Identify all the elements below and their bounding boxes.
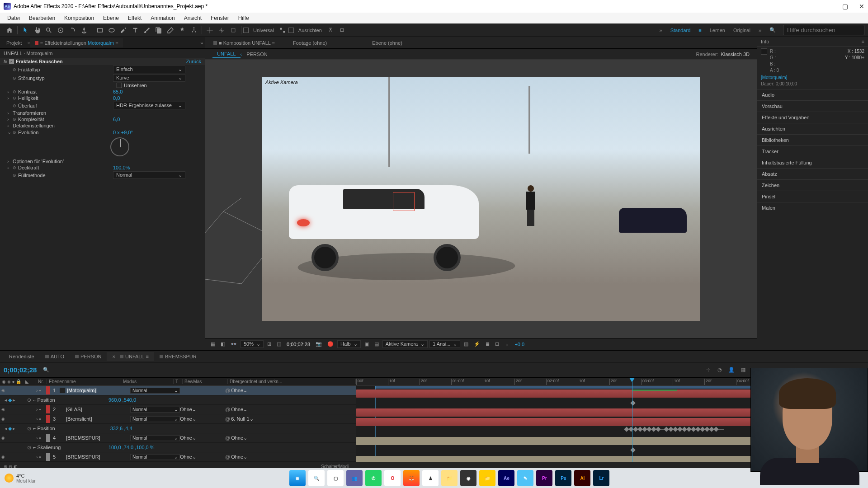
timeline-icon[interactable]: ≣: [484, 341, 491, 347]
eraser-tool[interactable]: [165, 25, 175, 35]
layer-property-row[interactable]: ◂◆▸⊙ ⌐ Position960,0 ,540,0: [0, 395, 356, 405]
taskbar-search[interactable]: 🔍: [308, 470, 325, 486]
world-axis-icon[interactable]: [217, 25, 226, 35]
menu-fenster[interactable]: Fenster: [206, 15, 234, 21]
tl-tab-renderliste[interactable]: Renderliste: [4, 352, 40, 361]
accordion-ausrichten[interactable]: Ausrichten: [757, 123, 868, 134]
tl-tab-bremsspur[interactable]: BREMSSPUR: [154, 352, 202, 361]
guides-icon[interactable]: ◫: [275, 341, 283, 347]
channel-icon[interactable]: 🔴: [326, 341, 335, 347]
taskbar-lightroom[interactable]: Lr: [593, 470, 609, 486]
grid-icon[interactable]: ⊞: [265, 341, 273, 347]
brush-tool[interactable]: [142, 25, 152, 35]
flowchart-icon[interactable]: ⊟: [493, 341, 501, 347]
timeline-timecode[interactable]: 0;00;02;28: [4, 366, 37, 374]
alpha-icon[interactable]: ▦: [209, 341, 217, 347]
effect-enable-checkbox[interactable]: ✓: [9, 59, 14, 64]
tl-tab-auto[interactable]: AUTO: [40, 352, 70, 361]
ueberlauf-dropdown[interactable]: HDR-Ergebnisse zulasse⌄: [113, 102, 185, 109]
minimize-button[interactable]: —: [825, 3, 831, 10]
snap-icon[interactable]: [278, 25, 288, 35]
taskbar-explorer[interactable]: 📁: [479, 470, 495, 486]
renderer-value[interactable]: Klassisch 3D: [721, 52, 750, 57]
playhead[interactable]: [632, 378, 632, 462]
universal-checkbox[interactable]: [243, 28, 249, 33]
maximize-button[interactable]: ▢: [842, 3, 848, 10]
snap-grid-icon[interactable]: ⊞: [337, 25, 347, 35]
workspace-lernen[interactable]: Lernen: [710, 28, 725, 33]
orbit-tool[interactable]: [56, 25, 66, 35]
layer-row[interactable]: ◉ › ▪ 4 [BREMSSPUR] Normal⌄ Ohne⌄ @Ohne⌄: [0, 433, 356, 443]
layer-row[interactable]: ◉ › ▪ 1 [Motorqualm] Normal⌄ @Ohne⌄: [0, 386, 356, 395]
zoom-tool[interactable]: [44, 25, 54, 35]
menu-ansicht[interactable]: Ansicht: [179, 15, 206, 21]
effect-name[interactable]: Fraktales Rauschen: [16, 59, 63, 64]
menu-ebene[interactable]: Ebene: [99, 15, 123, 21]
workspace-standard[interactable]: Standard: [670, 28, 691, 33]
fuell-dropdown[interactable]: Normal⌄: [113, 171, 185, 179]
effects-tab[interactable]: ≡ Effekteinstellungen Motorqualm ≡: [30, 38, 123, 47]
menu-bearbeiten[interactable]: Bearbeiten: [24, 15, 60, 21]
kontrast-value[interactable]: 65,0: [113, 89, 123, 94]
subtab-unfall[interactable]: UNFALL: [212, 50, 241, 58]
draft3d-icon[interactable]: ◔: [715, 366, 724, 375]
accordion-tracker[interactable]: Tracker: [757, 145, 868, 157]
taskbar-app3[interactable]: ✎: [517, 470, 533, 486]
prop-evo-options[interactable]: Optionen für 'Evolution': [13, 159, 108, 164]
comp-flowchart-icon[interactable]: ⊹: [703, 366, 712, 375]
accordion-fuellung[interactable]: Inhaltsbasierte Füllung: [757, 157, 868, 168]
snap-edge-icon[interactable]: ⊼: [326, 25, 335, 35]
help-search-input[interactable]: [783, 25, 864, 35]
workspace-original[interactable]: Original: [733, 28, 750, 33]
deckkraft-value[interactable]: 100,0%: [113, 165, 130, 170]
pen-tool[interactable]: [118, 25, 128, 35]
taskbar-illustrator[interactable]: Ai: [574, 470, 590, 486]
snapshot-icon[interactable]: 📷: [314, 341, 324, 347]
exposure-icon[interactable]: ☼: [503, 342, 511, 347]
accordion-effekte[interactable]: Effekte und Vorgaben: [757, 112, 868, 123]
close-button[interactable]: ✕: [859, 3, 864, 10]
accordion-zeichen[interactable]: Zeichen: [757, 179, 868, 191]
taskbar-obs[interactable]: ◉: [460, 470, 476, 486]
taskbar-app1[interactable]: ♟: [422, 470, 439, 486]
timecode-display[interactable]: 0;00;02;28: [285, 342, 312, 347]
menu-hilfe[interactable]: Hilfe: [234, 15, 254, 21]
layer-row[interactable]: ◉ › ▪ 5 [BREMSSPUR] Normal⌄ Ohne⌄ @Ohne⌄: [0, 452, 356, 462]
layer-row[interactable]: ◉ › ▪ 3 [Bremslicht] Normal⌄ Ohne⌄ @6. N…: [0, 414, 356, 424]
keyframe-cluster[interactable]: [625, 427, 724, 431]
tl-tab-unfall[interactable]: × UNFALL ≡: [107, 352, 154, 361]
accordion-pinsel[interactable]: Pinsel: [757, 191, 868, 202]
layer-row[interactable]: ◉ › ▪ 2 [GLAS] Normal⌄ Ohne⌄ @Ohne⌄: [0, 405, 356, 414]
home-icon[interactable]: [5, 25, 14, 35]
roto-tool[interactable]: [177, 25, 187, 35]
evolution-dial[interactable]: [110, 137, 129, 156]
stoerung-dropdown[interactable]: Kurve⌄: [113, 74, 185, 82]
taskbar-opera[interactable]: O: [384, 470, 401, 486]
clone-tool[interactable]: [154, 25, 164, 35]
region-icon[interactable]: ▣: [363, 341, 371, 347]
taskbar-photoshop[interactable]: Ps: [555, 470, 571, 486]
taskbar-taskview[interactable]: ▢: [327, 470, 344, 486]
rectangle-tool[interactable]: [95, 25, 105, 35]
weather-widget[interactable]: 4°CMeist klar: [5, 473, 36, 483]
expand-workspace-icon[interactable]: »: [660, 28, 662, 33]
layer-property-row[interactable]: ◂◆▸⊙ ⌐ Position-332,6 ,4,4: [0, 424, 356, 433]
shy-icon[interactable]: 👤: [727, 366, 736, 375]
accordion-audio[interactable]: Audio: [757, 89, 868, 100]
prop-transformieren[interactable]: Transformieren: [13, 110, 108, 116]
zoom-dropdown[interactable]: 50%⌄: [241, 340, 264, 348]
taskbar-start[interactable]: ⊞: [289, 470, 306, 486]
selection-tool[interactable]: [20, 25, 30, 35]
taskbar-whatsapp[interactable]: ✆: [365, 470, 382, 486]
accordion-malen[interactable]: Malen: [757, 202, 868, 213]
tl-tab-person[interactable]: PERSON: [70, 352, 107, 361]
anchor-tool[interactable]: [79, 25, 89, 35]
ellipse-tool[interactable]: [107, 25, 117, 35]
accordion-absatz[interactable]: Absatz: [757, 168, 868, 179]
evolution-value[interactable]: 0 x +9,0°: [113, 130, 133, 135]
keyframe[interactable]: [630, 400, 635, 405]
taskbar-ae[interactable]: Ae: [498, 470, 514, 486]
taskbar-premiere[interactable]: Pr: [536, 470, 552, 486]
timeline-search-icon[interactable]: 🔍: [41, 365, 51, 375]
taskbar-app2[interactable]: 📁: [441, 470, 458, 486]
